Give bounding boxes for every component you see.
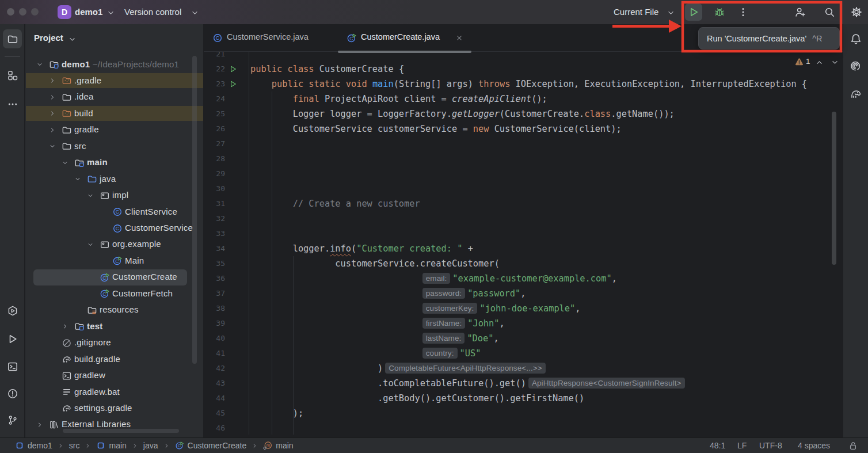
tree-item-label[interactable]: java <box>100 174 116 184</box>
editor-tab-label[interactable]: CustomerCreate.java <box>361 32 440 41</box>
tree-row-.gradle[interactable]: .gradle <box>25 73 203 89</box>
tree-item-label[interactable]: gradle <box>74 124 99 134</box>
tool-window-button-notifications[interactable] <box>849 32 863 46</box>
tree-row-org.example[interactable]: org.example <box>25 237 203 253</box>
tool-window-button-more-tool-windows[interactable] <box>3 94 22 113</box>
caret-position-widget[interactable]: 48:1 <box>710 441 725 450</box>
close-icon[interactable] <box>455 34 463 42</box>
chevron-collapsed-icon[interactable] <box>49 127 56 134</box>
minimize-window-button[interactable] <box>19 8 26 16</box>
tree-item-label[interactable]: build <box>74 108 93 118</box>
project-name[interactable]: demo1 <box>75 7 102 17</box>
run-gutter-icon[interactable] <box>229 80 237 88</box>
tree-item-label[interactable]: .gradle <box>74 75 101 85</box>
tree-row-java[interactable]: java <box>25 171 203 187</box>
tool-window-button-run[interactable] <box>3 329 22 348</box>
tree-row-impl[interactable]: impl <box>25 188 203 204</box>
tree-item-label[interactable]: settings.gradle <box>74 403 132 413</box>
breadcrumb-label[interactable]: java <box>143 441 158 450</box>
tree-row-src[interactable]: src <box>25 138 203 154</box>
chevron-collapsed-icon[interactable] <box>49 77 56 84</box>
breadcrumb-item-main[interactable]: mmain <box>263 441 293 450</box>
editor[interactable]: 2122public class CustomerCreate {23 publ… <box>204 52 843 435</box>
tool-window-button-project[interactable] <box>3 29 22 48</box>
indent-widget[interactable]: 4 spaces <box>798 441 830 450</box>
tree-item-label[interactable]: ClientService <box>125 207 177 216</box>
tree-item-label[interactable]: demo1 ~/IdeaProjects/demo1 <box>62 59 179 69</box>
tree-item-label[interactable]: impl <box>112 190 128 200</box>
project-tree-vertical-scrollbar[interactable] <box>192 56 197 364</box>
breadcrumb-label[interactable]: demo1 <box>28 441 52 450</box>
tree-row-main[interactable]: main <box>25 155 203 171</box>
chevron-expanded-icon[interactable] <box>49 143 56 150</box>
tree-row-gradlew.bat[interactable]: gradlew.bat <box>25 384 203 400</box>
tree-row-test[interactable]: test <box>25 318 203 334</box>
breadcrumb-item-main[interactable]: main <box>96 441 126 450</box>
search-everywhere-button[interactable] <box>821 3 838 21</box>
line-separator-widget[interactable]: LF <box>737 441 747 450</box>
breadcrumb-item-src[interactable]: src <box>69 441 80 450</box>
tree-item-label[interactable]: gradlew <box>74 370 105 380</box>
more-run-options-button[interactable] <box>734 3 752 21</box>
code-with-me-button[interactable] <box>791 3 809 21</box>
tree-row-.idea[interactable]: .idea <box>25 89 203 105</box>
debug-button[interactable] <box>711 3 728 21</box>
tree-item-label[interactable]: org.example <box>112 239 161 249</box>
chevron-collapsed-icon[interactable] <box>49 110 56 117</box>
chevron-collapsed-icon[interactable] <box>36 421 43 428</box>
tree-row-demo1[interactable]: demo1 ~/IdeaProjects/demo1 <box>25 56 203 73</box>
tree-item-label[interactable]: main <box>87 157 108 167</box>
breadcrumb-item-demo1[interactable]: demo1 <box>15 441 52 450</box>
chevron-expanded-icon[interactable] <box>36 61 43 68</box>
tree-row-resources[interactable]: resources <box>25 302 203 318</box>
breadcrumb-item-CustomerCreate[interactable]: CCustomerCreate <box>175 441 247 450</box>
editor-tab-CustomerService.java[interactable]: CCustomerService.java <box>204 24 338 52</box>
tree-row-CustomerFetch[interactable]: CCustomerFetch <box>25 285 203 302</box>
project-avatar[interactable]: D <box>58 5 71 19</box>
lock-open-icon[interactable] <box>848 441 858 453</box>
tree-item-label[interactable]: CustomerCreate <box>112 272 177 281</box>
chevron-expanded-icon[interactable] <box>87 241 94 248</box>
tool-window-button-gradle[interactable] <box>849 87 863 101</box>
chevron-collapsed-icon[interactable] <box>49 94 56 101</box>
zoom-window-button[interactable] <box>31 8 39 16</box>
breadcrumb-label[interactable]: main <box>276 441 293 450</box>
tree-item-label[interactable]: Main <box>125 256 144 265</box>
tool-window-button-services[interactable] <box>3 301 22 320</box>
close-window-button[interactable] <box>7 8 14 16</box>
breadcrumb-label[interactable]: src <box>69 441 80 450</box>
tree-item-label[interactable]: CustomerService <box>125 223 193 233</box>
tree-item-label[interactable]: resources <box>100 304 139 314</box>
chevron-expanded-icon[interactable] <box>62 159 68 166</box>
editor-vertical-scrollbar[interactable] <box>832 112 836 265</box>
tree-item-label[interactable]: test <box>87 321 102 331</box>
tool-window-button-ai-assistant[interactable] <box>849 59 863 73</box>
tree-row-gradle[interactable]: gradle <box>25 122 203 138</box>
previous-problem-icon[interactable] <box>816 58 823 68</box>
tree-item-label[interactable]: CustomerFetch <box>112 288 173 298</box>
tool-window-button-terminal[interactable] <box>3 357 22 376</box>
tree-row-ClientService[interactable]: CClientService <box>25 204 203 220</box>
tree-row-build.gradle[interactable]: build.gradle <box>25 351 203 367</box>
run-configuration-selector[interactable]: Current File <box>614 7 658 17</box>
project-tree-horizontal-scrollbar[interactable] <box>63 429 179 433</box>
tree-item-label[interactable]: .gitignore <box>74 337 111 347</box>
breadcrumb-label[interactable]: CustomerCreate <box>188 441 247 450</box>
tool-window-button-structure[interactable] <box>3 66 22 85</box>
settings-button[interactable] <box>848 3 865 21</box>
tree-row-CustomerCreate[interactable]: CCustomerCreate <box>25 269 203 285</box>
tree-item-label[interactable]: External Libraries <box>62 419 131 429</box>
tree-item-label[interactable]: src <box>74 141 86 151</box>
tool-window-button-version-control[interactable] <box>3 410 22 429</box>
chevron-collapsed-icon[interactable] <box>62 323 68 330</box>
breadcrumb-item-java[interactable]: java <box>143 441 158 450</box>
editor-tab-CustomerCreate.java[interactable]: CCustomerCreate.java <box>338 24 471 52</box>
tree-row-build[interactable]: build <box>25 105 203 121</box>
next-problem-icon[interactable] <box>831 58 839 68</box>
tree-row-CustomerService[interactable]: CCustomerService <box>25 220 203 237</box>
tool-window-button-problems[interactable] <box>3 384 22 403</box>
editor-tab-label[interactable]: CustomerService.java <box>227 32 309 41</box>
tree-row-gradlew[interactable]: gradlew <box>25 368 203 384</box>
tree-row-.gitignore[interactable]: .gitignore <box>25 335 203 351</box>
chevron-expanded-icon[interactable] <box>87 192 94 199</box>
